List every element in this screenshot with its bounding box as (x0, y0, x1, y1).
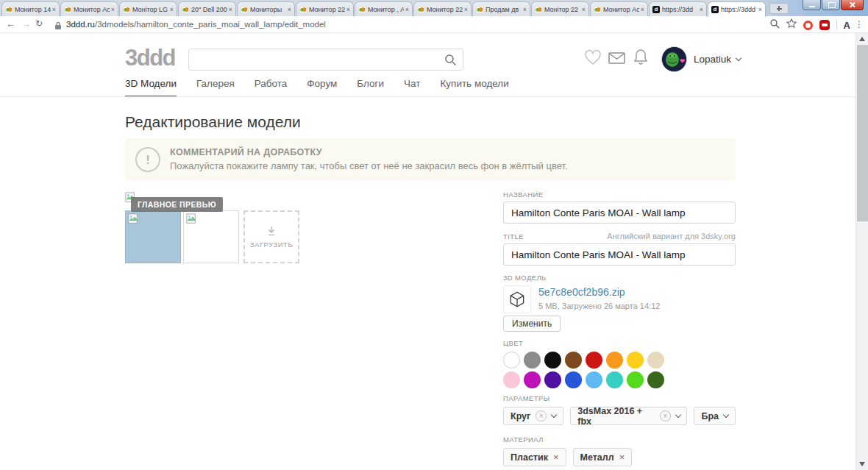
color-swatch[interactable] (606, 371, 623, 388)
param-chip[interactable]: Бра (694, 407, 736, 425)
site-logo[interactable]: 3ddd (125, 45, 175, 71)
tab-close-icon[interactable]: × (52, 6, 56, 13)
color-swatch[interactable] (586, 371, 602, 388)
maximize-button[interactable] (822, 0, 840, 10)
tab-close-icon[interactable]: × (346, 6, 350, 13)
color-swatch[interactable] (647, 371, 664, 388)
notifications-bell-icon[interactable] (633, 49, 649, 68)
nav-item[interactable]: Работа (255, 78, 288, 97)
color-swatch[interactable] (647, 352, 664, 368)
remove-icon[interactable]: × (619, 452, 625, 463)
tab-close-icon[interactable]: × (464, 6, 468, 13)
color-swatch[interactable] (544, 371, 561, 388)
browser-tab[interactable]: Монитор 22× (413, 1, 472, 16)
address-bar[interactable]: 3ddd.ru/3dmodels/hamilton_conte_paris_mo… (66, 20, 326, 29)
remove-icon[interactable]: × (553, 452, 559, 463)
chevron-down-icon (723, 412, 729, 418)
material-chip[interactable]: Пластик× (503, 448, 566, 466)
tab-close-icon[interactable]: × (700, 6, 703, 13)
tab-label: https://3ddd (721, 6, 757, 13)
upload-preview-button[interactable]: ЗАГРУЗИТЬ (243, 210, 299, 263)
browser-menu-icon[interactable]: ⋮ (855, 19, 864, 29)
browser-toolbar: ← → ↻ 3ddd.ru/3dmodels/hamilton_conte_pa… (0, 16, 868, 33)
nav-item[interactable]: Блоги (357, 78, 384, 97)
model-file-row: 5e7c8e0cf2b96.zip 5 MB, Загружено 26 мар… (503, 285, 736, 313)
browser-tab[interactable]: dhttps://3dd× (649, 1, 707, 16)
param-chip[interactable]: 3dsMax 2016 + fbx× (570, 407, 687, 425)
color-swatch[interactable] (524, 352, 541, 368)
color-swatch[interactable] (586, 352, 602, 368)
tab-close-icon[interactable]: × (758, 6, 762, 13)
color-swatch[interactable] (627, 352, 644, 368)
tab-close-icon[interactable]: × (170, 6, 174, 13)
browser-tab[interactable]: 20" Dell 200× (178, 1, 236, 16)
color-swatch[interactable] (544, 352, 561, 368)
browser-tab[interactable]: Продам дв× (472, 1, 530, 16)
ddd-favicon: d (652, 6, 660, 13)
color-swatch[interactable] (606, 352, 623, 368)
nav-item[interactable]: Форум (307, 78, 337, 97)
nav-item[interactable]: 3D Модели (125, 78, 177, 97)
opera-extension-icon[interactable] (803, 21, 813, 30)
scrollbar[interactable] (855, 33, 868, 470)
nav-item[interactable]: Галерея (196, 78, 235, 97)
tab-close-icon[interactable]: × (288, 6, 291, 13)
param-chip-label: 3dsMax 2016 + fbx (577, 406, 655, 427)
browser-tab[interactable]: dhttps://3ddd× (708, 1, 766, 17)
color-swatch[interactable] (627, 371, 644, 388)
scroll-down-icon[interactable] (859, 462, 865, 466)
tab-label: https://3dd (662, 6, 698, 13)
tab-close-icon[interactable]: × (111, 6, 115, 13)
title-hint: Английский вариант для 3dsky.org (607, 232, 736, 241)
model-file-link[interactable]: 5e7c8e0cf2b96.zip (538, 286, 625, 298)
remove-circle-icon[interactable]: × (660, 410, 670, 421)
browser-tab[interactable]: Монитор 14× (1, 1, 60, 16)
favorites-heart-icon[interactable] (584, 49, 602, 68)
tab-close-icon[interactable]: × (641, 6, 644, 13)
close-button[interactable] (841, 0, 864, 10)
tab-close-icon[interactable]: × (582, 6, 586, 13)
color-swatch[interactable] (565, 352, 582, 368)
bookmark-star-icon[interactable] (786, 18, 797, 32)
reload-icon[interactable]: ↻ (35, 18, 43, 29)
messages-mail-icon[interactable] (608, 52, 625, 67)
search-icon[interactable] (444, 54, 457, 69)
font-extension-icon[interactable]: A (844, 20, 850, 31)
preview-thumbnail[interactable] (183, 210, 239, 263)
nav-item[interactable]: Чат (404, 78, 420, 97)
tab-close-icon[interactable]: × (229, 6, 232, 13)
scroll-up-icon[interactable] (859, 37, 865, 41)
param-chip[interactable]: Круг× (503, 407, 563, 425)
nav-item[interactable]: Купить модели (440, 78, 508, 97)
color-swatch[interactable] (524, 371, 541, 388)
name-input[interactable] (503, 202, 736, 224)
minimize-button[interactable] (803, 0, 821, 10)
color-swatch[interactable] (503, 371, 520, 388)
material-chip[interactable]: Металл× (573, 448, 633, 466)
user-menu[interactable]: Lopatiuk (661, 46, 741, 72)
search-input[interactable] (195, 51, 438, 68)
back-icon[interactable]: ← (6, 18, 15, 29)
browser-tab[interactable]: Монитор Ас× (590, 1, 648, 16)
forward-icon[interactable]: → (21, 18, 31, 29)
remove-circle-icon[interactable]: × (536, 410, 547, 421)
adblock-extension-icon[interactable] (819, 20, 830, 30)
change-model-button[interactable]: Изменить (503, 316, 561, 332)
color-swatch[interactable] (565, 371, 582, 388)
tab-close-icon[interactable]: × (405, 6, 409, 13)
tab-close-icon[interactable]: × (523, 6, 527, 13)
search-box (188, 49, 463, 71)
browser-tab[interactable]: Монітор LG× (119, 1, 177, 16)
browser-tab[interactable]: Монитор 22× (296, 1, 354, 16)
preview-thumbnail-main[interactable] (125, 210, 181, 263)
title-input[interactable] (503, 243, 736, 266)
scrollbar-thumb[interactable] (857, 45, 868, 221)
browser-tab[interactable]: Монітор 22× (531, 1, 589, 16)
new-tab-button[interactable] (769, 3, 789, 14)
upload-label: ЗАГРУЗИТЬ (250, 241, 293, 249)
browser-tab[interactable]: Мониторы× (237, 1, 295, 16)
browser-tab[interactable]: Монитор Ас× (60, 1, 118, 16)
zoom-icon[interactable] (769, 18, 780, 32)
browser-tab[interactable]: Монитор , А× (355, 1, 413, 16)
color-swatch[interactable] (503, 352, 520, 368)
